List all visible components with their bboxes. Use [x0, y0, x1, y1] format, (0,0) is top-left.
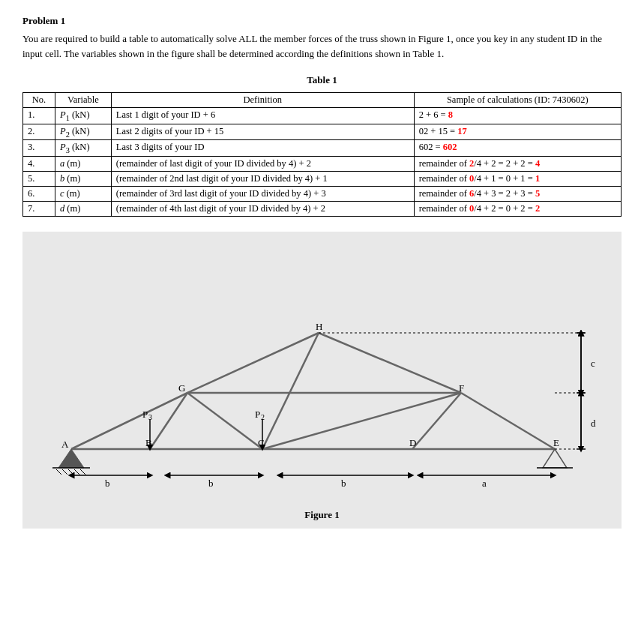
svg-line-34: [80, 469, 85, 475]
row2-no: 2.: [23, 124, 55, 140]
row5-var: b (m): [55, 171, 111, 186]
row2-sample: 02 + 15 = 17: [414, 124, 621, 140]
row6-no: 6.: [23, 186, 55, 201]
dim-b2: b: [208, 478, 214, 489]
svg-marker-28: [58, 449, 84, 468]
table-row: 2. P2 (kN) Last 2 digits of your ID + 15…: [23, 124, 622, 140]
svg-line-32: [68, 469, 73, 475]
row1-var: P1 (kN): [55, 108, 111, 124]
svg-line-6: [319, 333, 461, 393]
label-G: G: [178, 382, 185, 394]
row4-var: a (m): [55, 156, 111, 171]
svg-line-5: [187, 333, 319, 393]
row2-var: P2 (kN): [55, 124, 111, 140]
variables-table: No. Variable Definition Sample of calcul…: [22, 92, 622, 217]
table-row: 4. a (m) (remainder of last digit of you…: [23, 156, 622, 171]
label-A: A: [61, 439, 69, 450]
table-row: 1. P1 (kN) Last 1 digit of your ID + 6 2…: [23, 108, 622, 124]
problem-description: You are required to build a table to aut…: [22, 31, 622, 61]
row6-sample: remainder of 6/4 + 3 = 2 + 3 = 5: [414, 186, 621, 201]
row5-sample: remainder of 0/4 + 1 = 0 + 1 = 1: [414, 171, 621, 186]
dim-c: c: [591, 358, 595, 369]
svg-line-4: [71, 393, 187, 449]
svg-line-9: [262, 333, 319, 449]
row1-no: 1.: [23, 108, 55, 124]
label-E: E: [553, 437, 559, 448]
row3-no: 3.: [23, 140, 55, 157]
col-header-definition: Definition: [111, 93, 414, 108]
row7-sample: remainder of 0/4 + 2 = 0 + 2 = 2: [414, 201, 621, 216]
svg-line-13: [262, 393, 461, 449]
col-header-no: No.: [23, 93, 55, 108]
label-P3: P: [142, 409, 148, 420]
svg-line-10: [412, 393, 461, 449]
dim-a: a: [482, 478, 487, 489]
label-C: C: [258, 437, 265, 448]
label-P2-sub: 2: [261, 413, 265, 421]
table-row: 5. b (m) (remainder of 2nd last digit of…: [23, 171, 622, 186]
row7-no: 7.: [23, 201, 55, 216]
row6-var: c (m): [55, 186, 111, 201]
row5-def: (remainder of 2nd last digit of your ID …: [111, 171, 414, 186]
svg-line-31: [62, 469, 67, 475]
row1-def: Last 1 digit of your ID + 6: [111, 108, 414, 124]
row6-def: (remainder of 3rd last digit of your ID …: [111, 186, 414, 201]
svg-line-7: [461, 393, 555, 449]
dim-b3: b: [341, 478, 346, 489]
figure-title: Figure 1: [30, 509, 614, 521]
row4-def: (remainder of last digit of your ID divi…: [111, 156, 414, 171]
dim-b1: b: [105, 478, 110, 489]
label-P3-sub: 3: [148, 413, 152, 421]
svg-line-30: [56, 469, 61, 475]
label-H: H: [316, 321, 322, 332]
col-header-variable: Variable: [55, 93, 111, 108]
row3-sample: 602 = 602: [414, 140, 621, 157]
row5-no: 5.: [23, 171, 55, 186]
row7-def: (remainder of 4th last digit of your ID …: [111, 201, 414, 216]
row4-sample: remainder of 2/4 + 2 = 2 + 2 = 4: [414, 156, 621, 171]
label-B: B: [145, 437, 152, 448]
dim-d: d: [591, 418, 596, 429]
figure-container: A B C D E G H F P 3 P 2 b b b a c d Figu…: [22, 232, 622, 529]
table-row: 7. d (m) (remainder of 4th last digit of…: [23, 201, 622, 216]
table-row: 3. P3 (kN) Last 3 digits of your ID 602 …: [23, 140, 622, 157]
table-row: 6. c (m) (remainder of 3rd last digit of…: [23, 186, 622, 201]
row2-def: Last 2 digits of your ID + 15: [111, 124, 414, 140]
row4-no: 4.: [23, 156, 55, 171]
label-D: D: [409, 437, 416, 448]
truss-diagram: A B C D E G H F P 3 P 2 b b b a c d: [30, 247, 622, 502]
svg-marker-35: [543, 449, 567, 468]
col-header-sample: Sample of calculations (ID: 7430602): [414, 93, 621, 108]
row7-var: d (m): [55, 201, 111, 216]
row3-def: Last 3 digits of your ID: [111, 140, 414, 157]
problem-title: Problem 1: [22, 15, 622, 27]
label-F: F: [459, 382, 464, 394]
table-title: Table 1: [22, 74, 622, 86]
svg-line-11: [187, 393, 262, 449]
row1-sample: 2 + 6 = 8: [414, 108, 621, 124]
row3-var: P3 (kN): [55, 140, 111, 157]
svg-line-33: [74, 469, 79, 475]
label-P2: P: [255, 409, 260, 420]
